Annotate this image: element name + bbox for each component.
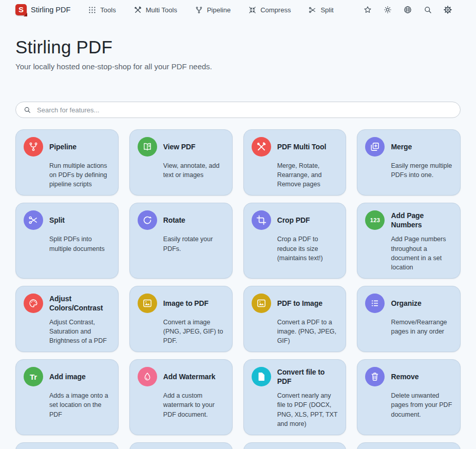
brand-label: Stirling PDF (31, 6, 70, 14)
card-title: Adjust Colors/Contrast (49, 294, 110, 313)
search-icon[interactable] (423, 5, 432, 14)
nav-item-label: Multi Tools (146, 6, 177, 14)
page-title: Stirling PDF (15, 37, 461, 57)
card-description: Add a custom watermark to your PDF docum… (163, 391, 224, 419)
nav-actions (363, 5, 452, 14)
card-description: Remove/Rearrange pages in any order (391, 318, 452, 336)
card-split[interactable]: SplitSplit PDFs into multiple documents (15, 203, 119, 279)
card-description: Run multiple actions on PDFs by defining… (49, 161, 110, 189)
card-add-password[interactable]: Add PasswordEncrypt your PDF document wi… (15, 442, 119, 449)
apps-icon (88, 6, 97, 14)
search-icon (23, 106, 31, 114)
card-title: Add Watermark (163, 372, 216, 381)
card-title: Crop PDF (277, 216, 310, 225)
nav-item-pipeline[interactable]: Pipeline (195, 6, 231, 14)
book-icon (138, 137, 157, 157)
top-navbar: S Stirling PDF ToolsMulti ToolsPipelineC… (0, 0, 476, 17)
card-description: Easily rotate your PDFs. (163, 235, 224, 253)
card-header: Image to PDF (138, 294, 224, 313)
nav-item-multi-tools[interactable]: Multi Tools (134, 6, 177, 14)
card-crop-pdf[interactable]: Crop PDFCrop a PDF to reduce its size (m… (243, 203, 347, 279)
nav-menu: ToolsMulti ToolsPipelineCompressSplit (88, 6, 333, 14)
card-description: Add Page numbers throughout a document i… (391, 235, 452, 272)
card-title: View PDF (163, 142, 196, 151)
card-header: Pipeline (24, 137, 110, 157)
card-organize[interactable]: OrganizeRemove/Rearrange pages in any or… (357, 286, 461, 352)
card-description: Delete unwanted pages from your PDF docu… (391, 391, 452, 419)
settings-gear-icon[interactable] (443, 5, 452, 14)
card-add-page-numbers[interactable]: 123Add Page NumbersAdd Page numbers thro… (357, 203, 461, 279)
card-description: Adds a image onto a set location on the … (49, 391, 110, 419)
card-description: Split PDFs into multiple documents (49, 235, 110, 253)
card-compress[interactable]: CompressCompress PDFs to reduce their fi… (243, 442, 347, 449)
card-adjust-colors-contrast[interactable]: Adjust Colors/ContrastAdjust Contrast, S… (15, 286, 119, 352)
theme-toggle-sun-icon[interactable] (383, 5, 392, 14)
numbers-123-icon: 123 (365, 210, 385, 230)
card-header: Rotate (138, 210, 224, 230)
card-pdf-multi-tool[interactable]: PDF Multi ToolMerge, Rotate, Rearrange, … (243, 129, 347, 196)
card-description: Convert a PDF to a image. (PNG, JPEG, GI… (277, 318, 338, 345)
card-title: PDF Multi Tool (277, 142, 327, 151)
card-convert-file-to-pdf[interactable]: Convert file to PDFConvert nearly any fi… (243, 359, 347, 435)
favourites-star-icon[interactable] (363, 5, 372, 14)
rotate-icon (138, 210, 157, 230)
page-header: Stirling PDF Your locally hosted one-sto… (0, 37, 476, 71)
card-title: Merge (391, 142, 412, 151)
card-merge[interactable]: MergeEasily merge multiple PDFs into one… (357, 129, 461, 196)
file-icon (252, 367, 271, 386)
card-title: Rotate (163, 216, 185, 225)
card-add-image[interactable]: TrAdd imageAdds a image onto a set locat… (15, 359, 119, 435)
card-description: Crop a PDF to reduce its size (maintains… (277, 235, 338, 262)
nav-item-tools[interactable]: Tools (88, 6, 116, 14)
list-icon (365, 294, 385, 313)
compress-icon (248, 6, 257, 14)
card-view-pdf[interactable]: View PDFView, annotate, add text or imag… (129, 129, 233, 196)
card-pdf-to-image[interactable]: PDF to ImageConvert a PDF to a image. (P… (243, 286, 347, 352)
card-change-metadata[interactable]: Change MetadataChange/Remove/Add metadat… (357, 442, 461, 449)
card-add-watermark[interactable]: Add WatermarkAdd a custom watermark to y… (129, 359, 233, 435)
brand-home-link[interactable]: S Stirling PDF (15, 4, 70, 15)
card-rotate[interactable]: RotateEasily rotate your PDFs. (129, 203, 233, 279)
card-title: Add image (49, 372, 86, 381)
card-title: PDF to Image (277, 299, 322, 308)
nav-item-label: Tools (100, 6, 116, 14)
card-title: Organize (391, 299, 421, 308)
card-description: View, annotate, add text or images (163, 161, 224, 180)
water-drop-icon (138, 367, 157, 386)
page-subtitle: Your locally hosted one-stop-shop for al… (15, 62, 461, 71)
card-image-to-pdf[interactable]: Image to PDFConvert a image (PNG, JPEG, … (129, 286, 233, 352)
multi-tools-icon (134, 6, 142, 14)
scissors-icon (24, 210, 43, 230)
search-input[interactable] (15, 102, 461, 118)
card-title: Pipeline (49, 142, 77, 151)
card-header: Crop PDF (252, 210, 338, 230)
card-remove[interactable]: RemoveDelete unwanted pages from your PD… (357, 359, 461, 435)
nav-item-compress[interactable]: Compress (248, 6, 291, 14)
nav-item-split[interactable]: Split (308, 6, 333, 14)
card-description: Convert nearly any file to PDF (DOCX, PN… (277, 391, 338, 428)
language-globe-icon[interactable] (403, 5, 412, 14)
card-pipeline[interactable]: PipelineRun multiple actions on PDFs by … (15, 129, 119, 196)
merge-icon (365, 137, 385, 157)
card-title: Add Page Numbers (391, 211, 452, 229)
card-header: PDF Multi Tool (252, 137, 338, 157)
image-icon (138, 294, 157, 313)
card-header: Merge (365, 137, 452, 157)
card-description: Merge, Rotate, Rearrange, and Remove pag… (277, 161, 338, 189)
card-title: Remove (391, 372, 418, 381)
card-header: Add Watermark (138, 367, 224, 386)
card-title: Image to PDF (163, 299, 208, 308)
card-header: Organize (365, 294, 452, 313)
card-description: Easily merge multiple PDFs into one. (391, 161, 452, 180)
pipeline-icon (24, 137, 43, 157)
nav-item-label: Pipeline (207, 6, 231, 14)
card-header: Remove (365, 367, 452, 386)
feature-card-grid: PipelineRun multiple actions on PDFs by … (15, 129, 461, 449)
card-header: PDF to Image (252, 294, 338, 313)
card-title: Convert file to PDF (277, 367, 338, 386)
card-header: Convert file to PDF (252, 367, 338, 386)
multi-tools-icon (252, 137, 271, 157)
trash-icon (365, 367, 385, 386)
card-description: Adjust Contrast, Saturation and Brightne… (49, 318, 110, 345)
card-remove-password[interactable]: Remove PasswordRemove password protectio… (129, 442, 233, 449)
